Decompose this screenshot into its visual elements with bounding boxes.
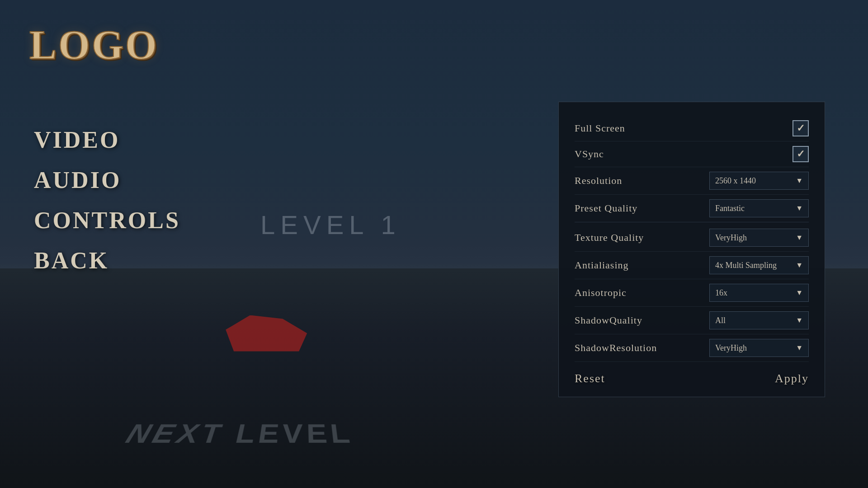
full-screen-checkbox[interactable]	[793, 120, 809, 136]
shadow-quality-dropdown[interactable]: All ▼	[709, 311, 809, 329]
full-screen-row: Full Screen	[575, 116, 809, 141]
reset-button[interactable]: Reset	[575, 372, 605, 385]
apply-button[interactable]: Apply	[775, 372, 809, 385]
antialiasing-row: Antialiasing 4x Multi Sampling ▼	[575, 252, 809, 279]
shadow-resolution-arrow-icon: ▼	[796, 344, 803, 352]
shadow-resolution-dropdown[interactable]: VeryHigh ▼	[709, 339, 809, 357]
settings-footer: Reset Apply	[575, 364, 809, 385]
anisotropic-row: Anisotropic 16x ▼	[575, 279, 809, 307]
logo-text: LOGO	[29, 25, 160, 66]
settings-panel: Full Screen VSync Resolution 2560 x 1440…	[558, 102, 825, 397]
antialiasing-dropdown[interactable]: 4x Multi Sampling ▼	[709, 256, 809, 274]
shadow-resolution-label: ShadowResolution	[575, 342, 657, 354]
full-screen-label: Full Screen	[575, 122, 625, 134]
texture-quality-value: VeryHigh	[715, 233, 747, 243]
shadow-resolution-value: VeryHigh	[715, 343, 747, 353]
antialiasing-arrow-icon: ▼	[796, 261, 803, 269]
texture-quality-label: Texture Quality	[575, 232, 644, 244]
texture-quality-arrow-icon: ▼	[796, 234, 803, 242]
vsync-label: VSync	[575, 148, 604, 160]
preset-quality-label: Preset Quality	[575, 202, 637, 214]
anisotropic-value: 16x	[715, 288, 727, 298]
preset-quality-dropdown[interactable]: Fantastic ▼	[709, 199, 809, 217]
nav-item-video[interactable]: VIDEO	[34, 127, 180, 153]
preset-quality-row: Preset Quality Fantastic ▼	[575, 195, 809, 222]
shadow-quality-row: ShadowQuality All ▼	[575, 307, 809, 334]
texture-quality-row: Texture Quality VeryHigh ▼	[575, 224, 809, 252]
texture-quality-dropdown[interactable]: VeryHigh ▼	[709, 229, 809, 247]
anisotropic-arrow-icon: ▼	[796, 289, 803, 297]
antialiasing-label: Antialiasing	[575, 259, 629, 271]
resolution-value: 2560 x 1440	[715, 176, 756, 186]
shadow-resolution-row: ShadowResolution VeryHigh ▼	[575, 334, 809, 362]
bg-next-level-text: NEXT LEVEL	[122, 419, 359, 449]
anisotropic-label: Anisotropic	[575, 287, 627, 299]
resolution-label: Resolution	[575, 175, 622, 187]
anisotropic-dropdown[interactable]: 16x ▼	[709, 284, 809, 302]
shadow-quality-arrow-icon: ▼	[796, 316, 803, 324]
resolution-row: Resolution 2560 x 1440 ▼	[575, 167, 809, 195]
nav-item-audio[interactable]: AUDIO	[34, 167, 180, 193]
nav-item-back[interactable]: BACK	[34, 247, 180, 274]
logo: LOGO	[29, 25, 160, 75]
resolution-arrow-icon: ▼	[796, 177, 803, 185]
shadow-quality-label: ShadowQuality	[575, 314, 642, 326]
nav-item-controls[interactable]: CONTROLS	[34, 207, 180, 234]
antialiasing-value: 4x Multi Sampling	[715, 261, 777, 270]
resolution-dropdown[interactable]: 2560 x 1440 ▼	[709, 172, 809, 190]
bg-level1-text: LEVEL 1	[260, 210, 401, 240]
shadow-quality-value: All	[715, 316, 726, 325]
preset-quality-value: Fantastic	[715, 204, 745, 213]
vsync-checkbox[interactable]	[793, 146, 809, 162]
vsync-row: VSync	[575, 141, 809, 167]
nav-menu: VIDEO AUDIO CONTROLS BACK	[34, 127, 180, 274]
preset-quality-arrow-icon: ▼	[796, 204, 803, 212]
